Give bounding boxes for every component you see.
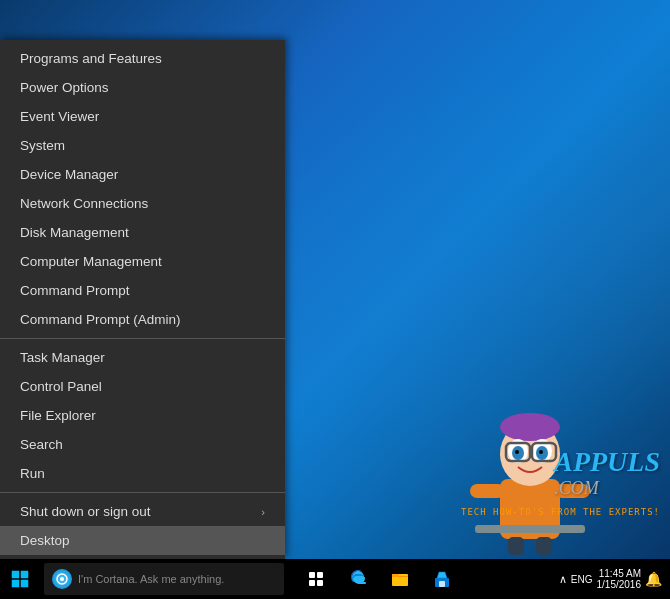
svg-rect-20: [21, 580, 29, 588]
menu-item-label-command-prompt-admin: Command Prompt (Admin): [20, 312, 181, 327]
menu-item-task-manager[interactable]: Task Manager: [0, 343, 285, 372]
svg-rect-14: [475, 525, 585, 533]
menu-item-label-command-prompt: Command Prompt: [20, 283, 130, 298]
svg-rect-30: [439, 581, 445, 587]
menu-item-label-desktop: Desktop: [20, 533, 70, 548]
menu-item-command-prompt-admin[interactable]: Command Prompt (Admin): [0, 305, 285, 334]
menu-item-label-control-panel: Control Panel: [20, 379, 102, 394]
edge-button[interactable]: [338, 559, 378, 599]
menu-item-power-options[interactable]: Power Options: [0, 73, 285, 102]
menu-item-event-viewer[interactable]: Event Viewer: [0, 102, 285, 131]
menu-item-disk-management[interactable]: Disk Management: [0, 218, 285, 247]
menu-item-label-run: Run: [20, 466, 45, 481]
menu-item-label-file-explorer: File Explorer: [20, 408, 96, 423]
menu-item-label-device-manager: Device Manager: [20, 167, 118, 182]
svg-rect-28: [392, 574, 399, 577]
cortana-icon: [52, 569, 72, 589]
menu-item-label-event-viewer: Event Viewer: [20, 109, 99, 124]
svg-rect-23: [309, 572, 315, 578]
taskbar-icons: [296, 559, 462, 599]
menu-item-run[interactable]: Run: [0, 459, 285, 488]
svg-rect-26: [317, 580, 323, 586]
appuals-dotcom: .COM: [554, 478, 660, 499]
system-tray: ∧: [559, 573, 567, 586]
cortana-placeholder: I'm Cortana. Ask me anything.: [78, 573, 224, 585]
start-button[interactable]: [0, 559, 40, 599]
menu-item-label-system: System: [20, 138, 65, 153]
taskbar-right: ∧ ENG 11:45 AM1/15/2016 🔔: [559, 568, 670, 590]
svg-rect-24: [317, 572, 323, 578]
menu-divider-10: [0, 338, 285, 339]
svg-rect-12: [470, 484, 505, 498]
store-button[interactable]: [422, 559, 462, 599]
windows-icon: [11, 570, 29, 588]
taskbar: I'm Cortana. Ask me anything.: [0, 559, 670, 599]
explorer-icon: [391, 570, 409, 588]
svg-rect-16: [536, 537, 552, 555]
appuals-tagline: TECH HOW-TO'S FROM THE EXPERTS!: [461, 507, 660, 517]
menu-item-device-manager[interactable]: Device Manager: [0, 160, 285, 189]
svg-point-8: [539, 450, 543, 454]
svg-rect-15: [508, 537, 524, 555]
edge-icon: [349, 570, 367, 588]
svg-rect-18: [21, 571, 29, 579]
menu-item-label-network-connections: Network Connections: [20, 196, 148, 211]
menu-item-computer-management[interactable]: Computer Management: [0, 247, 285, 276]
svg-point-7: [515, 450, 519, 454]
menu-item-file-explorer[interactable]: File Explorer: [0, 401, 285, 430]
svg-point-22: [60, 577, 64, 581]
menu-item-desktop[interactable]: Desktop: [0, 526, 285, 555]
store-icon: [433, 570, 451, 588]
menu-item-programs-features[interactable]: Programs and Features: [0, 44, 285, 73]
menu-item-label-power-options: Power Options: [20, 80, 109, 95]
menu-item-search[interactable]: Search: [0, 430, 285, 459]
appuals-logo-text: APPULS.COM: [554, 446, 660, 499]
svg-rect-19: [12, 580, 20, 588]
menu-item-label-task-manager: Task Manager: [20, 350, 105, 365]
menu-item-command-prompt[interactable]: Command Prompt: [0, 276, 285, 305]
menu-item-system[interactable]: System: [0, 131, 285, 160]
menu-item-network-connections[interactable]: Network Connections: [0, 189, 285, 218]
svg-point-2: [500, 413, 560, 441]
menu-divider-16: [0, 492, 285, 493]
menu-item-arrow-shut-down-sign-out: ›: [261, 506, 265, 518]
svg-rect-17: [12, 571, 20, 579]
cortana-search[interactable]: I'm Cortana. Ask me anything.: [44, 563, 284, 595]
menu-item-label-computer-management: Computer Management: [20, 254, 162, 269]
menu-item-label-search: Search: [20, 437, 63, 452]
menu-item-label-shut-down-sign-out: Shut down or sign out: [20, 504, 151, 519]
task-view-icon: [308, 571, 324, 587]
notification-center[interactable]: 🔔: [645, 571, 662, 587]
task-view-button[interactable]: [296, 559, 336, 599]
language-indicator: ENG: [571, 574, 593, 585]
clock: 11:45 AM1/15/2016: [597, 568, 642, 590]
menu-item-shut-down-sign-out[interactable]: Shut down or sign out›: [0, 497, 285, 526]
menu-item-label-programs-features: Programs and Features: [20, 51, 162, 66]
menu-item-label-disk-management: Disk Management: [20, 225, 129, 240]
context-menu: Programs and FeaturesPower OptionsEvent …: [0, 40, 285, 559]
appuals-branding: APPULS.COM TECH HOW-TO'S FROM THE EXPERT…: [280, 339, 670, 559]
menu-item-control-panel[interactable]: Control Panel: [0, 372, 285, 401]
explorer-button[interactable]: [380, 559, 420, 599]
svg-rect-25: [309, 580, 315, 586]
